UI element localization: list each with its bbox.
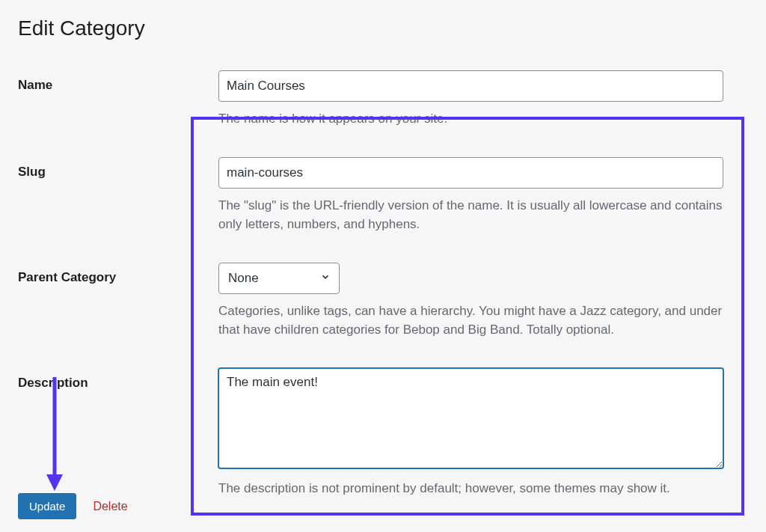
form-row-parent: Parent Category None Categories, unlike …: [0, 263, 766, 340]
name-help-text: The name is how it appears on your site.: [218, 109, 727, 129]
form-row-description: Description The main event! The descript…: [0, 368, 766, 498]
parent-help-text: Categories, unlike tags, can have a hier…: [218, 302, 727, 340]
form-row-name: Name The name is how it appears on your …: [0, 70, 766, 129]
slug-input[interactable]: [218, 157, 723, 189]
name-label: Name: [18, 70, 218, 93]
page-title: Edit Category: [0, 0, 766, 40]
description-label: Description: [18, 368, 218, 391]
update-button[interactable]: Update: [18, 493, 76, 519]
delete-button[interactable]: Delete: [90, 495, 130, 518]
name-input[interactable]: [218, 70, 723, 102]
parent-select[interactable]: None: [218, 263, 340, 294]
description-help-text: The description is not prominent by defa…: [218, 479, 727, 498]
form-actions: Update Delete: [18, 493, 131, 519]
slug-label: Slug: [18, 157, 218, 180]
form-row-slug: Slug The "slug" is the URL-friendly vers…: [0, 157, 766, 234]
parent-label: Parent Category: [18, 263, 218, 285]
slug-help-text: The "slug" is the URL-friendly version o…: [218, 196, 727, 234]
description-textarea[interactable]: The main event!: [218, 368, 723, 468]
